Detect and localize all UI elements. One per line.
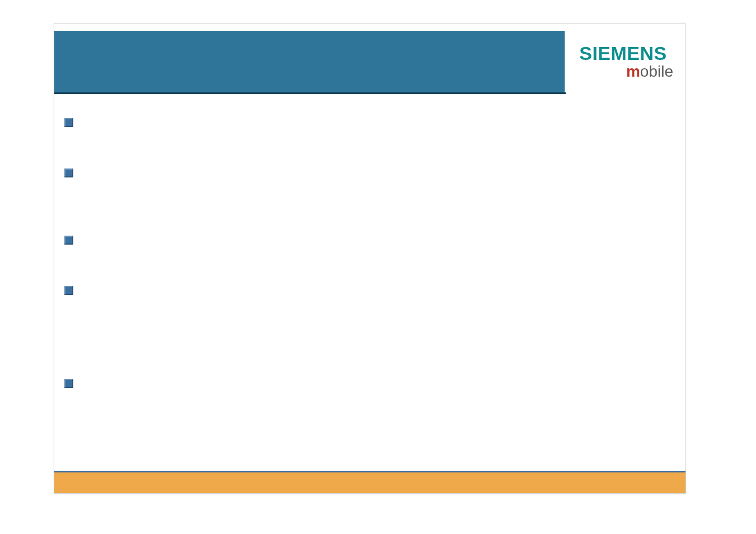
brand-logo-text: SIEMENS: [579, 44, 667, 63]
bullet-icon: [64, 379, 73, 388]
bullet-icon: [64, 118, 73, 127]
bullet-icon: [64, 168, 73, 177]
slide-footer-bar: [54, 471, 685, 493]
slide-title-bar: [54, 31, 565, 92]
brand-sublogo: mobile: [626, 64, 673, 79]
brand-sublogo-rest: obile: [640, 63, 673, 80]
bullet-icon: [64, 236, 73, 245]
slide-page: SIEMENS mobile: [54, 24, 686, 494]
brand-sublogo-m: m: [626, 63, 640, 80]
brand-logo-box: SIEMENS mobile: [565, 31, 685, 92]
header-underline: [54, 92, 566, 94]
slide-header-row: SIEMENS mobile: [54, 31, 685, 92]
bullet-icon: [64, 286, 73, 295]
